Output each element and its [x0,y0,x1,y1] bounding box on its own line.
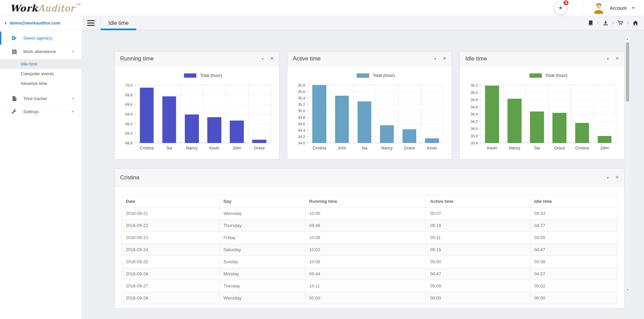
y-axis-tick [479,121,481,122]
y-axis-tick [307,130,308,130]
table-cell: 10:11 [305,280,426,292]
y-axis-tick [134,85,136,85]
bar-cristina [312,85,326,143]
gridline-vertical [203,85,203,143]
cart-icon[interactable] [618,20,623,26]
y-axis-tick [479,143,481,143]
column-header-idle-time: Idle time [530,195,617,208]
agent-email-toggle[interactable]: › demo@workauditor.com [0,16,82,30]
vertical-scrollbar[interactable]: ▲ ▼ [625,36,630,292]
scroll-down-arrow-icon[interactable]: ▼ [625,287,630,292]
sidebar-item-time-tracker[interactable]: Time tracker [0,92,82,105]
chart-plot: 33.633.834.034.234.434.634.835.035.2Kevi… [481,85,616,143]
sidebar: › demo@workauditor.com Select agent(s)Wo… [0,16,82,319]
menu-toggle-button[interactable] [82,16,101,30]
gridline-horizontal [481,85,616,85]
table-cell: 2016-09-26 [122,268,219,280]
bar-kevin [485,86,499,143]
table-cell: Wensday [219,292,305,304]
table-cell: 2016-09-27 [122,280,219,292]
table-cell: 04:27 [530,220,617,232]
download-icon[interactable] [603,20,608,26]
close-icon[interactable]: × [443,55,446,61]
panel-header: Idle time▾× [460,52,624,66]
y-tick-label: 35.2 [471,83,478,87]
gridline-horizontal [136,114,271,114]
x-tick-label: Cristina [313,146,326,150]
table-cell: 04:47 [426,268,530,280]
sidebar-subitem-label: Absence time [21,81,47,86]
close-icon[interactable]: × [615,55,619,61]
table-cell: 05:00 [426,256,530,268]
chart-idle-time: Total (hour)33.633.834.034.234.434.634.8… [460,66,624,160]
panel-controls: ▾× [434,56,446,61]
y-tick-label: 69.8 [125,93,132,97]
account-menu[interactable]: Account [582,0,644,16]
app-logo: WorkAuditorTM [10,3,81,13]
chevron-down-icon [631,6,635,10]
app-header: WorkAuditorTM ★ 3 Account [0,0,644,16]
table-cell: 10:00 [305,208,426,220]
y-tick-label: 34.4 [471,112,478,116]
close-icon[interactable]: × [270,55,274,61]
wrench-icon [11,109,17,115]
y-tick-label: 35.6 [298,90,305,94]
x-tick-label: Nancy [381,146,393,150]
gridline-horizontal [308,130,443,130]
close-icon[interactable]: × [615,174,619,180]
bar-nancy [380,125,394,143]
x-tick-label: Grace [254,146,265,150]
table-cell: 2016-09-23 [122,232,219,244]
collapse-icon[interactable]: ▾ [262,57,264,61]
avatar [593,2,605,14]
gridline-vertical [503,85,503,143]
y-tick-label: 35.8 [298,83,305,87]
table-row: 2016-09-22Thursday09:4605:1904:27 [122,220,618,232]
scrollbar-thumb[interactable] [626,42,629,102]
y-axis-tick [134,114,136,114]
bar-john [335,96,349,143]
sidebar-item-work-attendance[interactable]: Work attendance [0,45,82,58]
chart-running-time: Total (hour)68.869.069.269.469.669.870.0… [115,66,279,160]
collapse-icon[interactable]: ▾ [607,176,609,180]
gridline-horizontal [308,104,443,104]
gridline-vertical [616,85,616,143]
collapse-icon[interactable]: ▾ [434,57,436,61]
sidebar-item-select-agent-s[interactable]: Select agent(s) [0,32,82,45]
sidebar-item-computer-events[interactable]: Computer events [0,69,82,79]
y-tick-label: 35.0 [298,109,305,113]
file-icon [11,96,17,101]
home-icon[interactable] [633,20,638,26]
sidebar-submenu: Idle timeComputer eventsAbsence time [0,58,82,92]
bar-grace [252,140,266,143]
legend-label: Total (hour) [200,73,222,78]
scroll-up-arrow-icon[interactable]: ▲ [625,36,630,41]
panel-idle-time: Idle time▾×Total (hour)33.633.834.034.23… [460,51,625,160]
x-tick-label: Nancy [509,146,520,150]
table-row: 2016-09-23Friday10:0605:1104:55 [122,232,618,244]
sidebar-item-label: Settings [23,109,65,114]
bar-nancy [507,99,522,143]
tab-idle-time[interactable]: Idle time [101,16,136,30]
table-cell: 10:08 [305,256,426,268]
sidebar-item-absence-time[interactable]: Absence time [0,79,82,88]
sidebar-item-settings[interactable]: Settings [0,105,82,118]
gridline-vertical [308,85,309,143]
sidebar-item-idle-time[interactable]: Idle time [0,59,82,69]
logo-text-work: Work [10,3,38,13]
table-row: 2016-09-26Monday09:4404:4704:57 [122,268,618,280]
gridline-horizontal [481,121,616,122]
gridline-horizontal [308,117,443,118]
column-header-day: Day [219,195,305,208]
bar-kevin [425,138,439,143]
gridline-vertical [443,85,443,143]
book-icon[interactable] [588,20,593,26]
table-header-row: DateDayRunning timeActive timeIdle time [122,195,618,208]
panel-header: Cristina▾× [115,169,624,187]
table-cell: 05:19 [426,220,530,232]
collapse-icon[interactable]: ▾ [607,57,609,61]
x-tick-label: John [232,146,241,150]
account-label: Account [609,5,627,11]
bar-grace [552,113,567,143]
notifications-button[interactable]: ★ 3 [554,2,567,14]
